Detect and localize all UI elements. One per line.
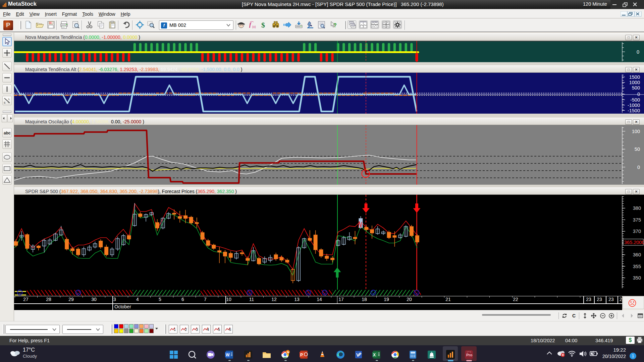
svg-text:P: P (300, 353, 303, 357)
svg-text:0: 0 (637, 165, 640, 170)
svg-text:-1500: -1500 (628, 108, 640, 113)
svg-text:S: S (4, 101, 5, 104)
svg-text:375: 375 (633, 217, 641, 223)
svg-text:370: 370 (633, 229, 641, 234)
svg-text:C: C (572, 313, 576, 318)
svg-text:L: L (8, 98, 10, 101)
svg-text:360: 360 (633, 252, 641, 257)
svg-text:355: 355 (633, 264, 641, 269)
svg-text:f: f (249, 21, 252, 28)
svg-text:abc: abc (4, 131, 11, 135)
svg-text:1500: 1500 (629, 74, 640, 80)
svg-text:-500: -500 (630, 97, 640, 103)
svg-text:-1000: -1000 (628, 103, 640, 108)
svg-text:50: 50 (635, 146, 640, 152)
svg-text:0: 0 (637, 49, 639, 55)
svg-text:365.2000: 365.2000 (624, 240, 644, 245)
svg-text:?: ? (333, 22, 337, 28)
svg-text:(x): (x) (252, 25, 256, 28)
svg-text:X: X (373, 353, 376, 357)
svg-text:N: N (287, 351, 289, 354)
svg-text:380: 380 (633, 205, 641, 211)
svg-text:100: 100 (632, 129, 640, 134)
svg-text:1000: 1000 (629, 80, 640, 85)
svg-text:$: $ (261, 21, 265, 29)
svg-text:350: 350 (633, 275, 641, 281)
svg-text:0: 0 (637, 92, 640, 97)
svg-text:W: W (226, 353, 230, 357)
svg-text:Pro: Pro (466, 353, 473, 357)
svg-text:500: 500 (632, 85, 640, 90)
